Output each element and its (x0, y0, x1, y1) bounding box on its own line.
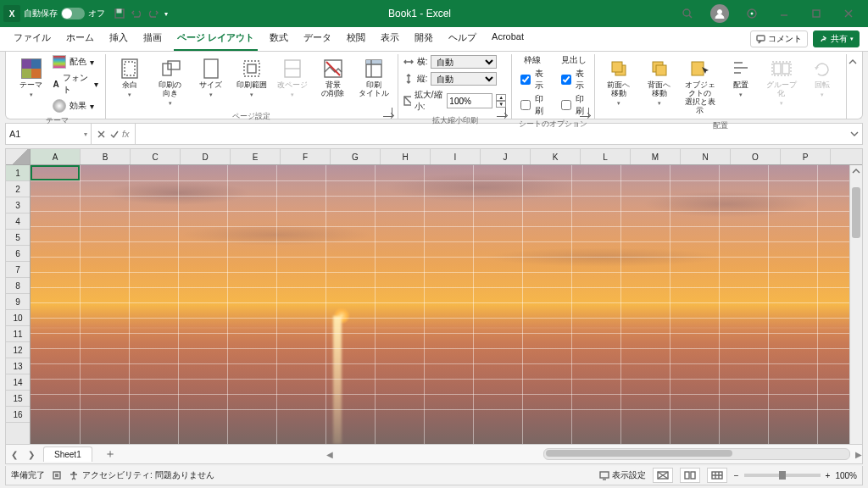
column-header[interactable]: E (231, 149, 281, 164)
spin-up[interactable]: ▲ (496, 94, 506, 101)
colors-button[interactable]: 配色 ▾ (51, 54, 99, 69)
row-header[interactable]: 5 (6, 230, 30, 246)
column-header[interactable]: J (481, 149, 531, 164)
minimize-button[interactable] (768, 0, 800, 27)
sheet-scroll-left-icon[interactable]: ◀ (326, 450, 333, 459)
zoom-value[interactable]: 100% (835, 471, 857, 480)
undo-icon[interactable] (131, 8, 142, 19)
search-button[interactable] (671, 0, 704, 27)
zoom-out-button[interactable]: − (734, 471, 739, 480)
view-page-layout-button[interactable] (680, 468, 700, 483)
effects-button[interactable]: 効果 ▾ (51, 98, 99, 114)
row-header[interactable]: 6 (6, 246, 30, 262)
row-header[interactable]: 14 (6, 374, 30, 391)
tab-6[interactable]: データ (298, 28, 337, 51)
horizontal-scrollbar[interactable] (543, 448, 850, 460)
sheet-options-launcher[interactable] (580, 108, 589, 117)
group-button[interactable]: グループ化▾ (763, 54, 800, 109)
close-button[interactable] (832, 0, 865, 27)
tab-1[interactable]: ホーム (61, 28, 99, 51)
row-header[interactable]: 7 (6, 262, 30, 278)
ribbon-collapse-button[interactable] (847, 54, 859, 119)
qat-more-icon[interactable]: ▾ (164, 10, 168, 18)
headings-view-checkbox[interactable]: 表示 (558, 68, 588, 92)
display-settings-button[interactable]: 表示設定 (599, 469, 646, 481)
row-header[interactable]: 15 (6, 391, 30, 407)
column-header[interactable]: G (331, 149, 381, 164)
sheet-tab-active[interactable]: Sheet1 (43, 446, 92, 462)
select-all-button[interactable] (6, 149, 31, 164)
cells-area[interactable] (31, 165, 849, 444)
zoom-knob[interactable] (779, 471, 786, 480)
view-page-break-button[interactable] (707, 468, 727, 483)
print-titles-button[interactable]: 印刷 タイトル (355, 54, 392, 102)
comments-button[interactable]: コメント (750, 30, 808, 47)
gridlines-print-checkbox[interactable]: 印刷 (517, 93, 548, 117)
row-header[interactable]: 9 (6, 294, 30, 310)
sheet-scroll-right-icon[interactable]: ▶ (855, 450, 862, 459)
row-header[interactable]: 3 (6, 197, 30, 214)
fx-icon[interactable]: fx (122, 129, 130, 139)
sheet-nav-next[interactable]: ❯ (23, 450, 40, 459)
row-header[interactable]: 12 (6, 342, 30, 358)
column-header[interactable]: O (731, 149, 781, 164)
scale-input[interactable] (447, 93, 492, 108)
scroll-thumb-v[interactable] (852, 187, 860, 238)
background-button[interactable]: 背景 の削除 (314, 54, 352, 102)
column-header[interactable]: B (81, 149, 131, 164)
bring-forward-button[interactable]: 前面へ 移動▾ (600, 54, 637, 109)
row-header[interactable]: 11 (6, 326, 30, 342)
share-button[interactable]: 共有 ▾ (813, 30, 860, 47)
column-header[interactable]: I (431, 149, 481, 164)
add-sheet-button[interactable]: ＋ (104, 446, 116, 462)
scroll-thumb-h[interactable] (546, 450, 732, 457)
view-normal-button[interactable] (653, 468, 673, 483)
column-header[interactable]: M (631, 149, 681, 164)
tab-2[interactable]: 挿入 (104, 28, 133, 51)
orientation-button[interactable]: 印刷の 向き▾ (152, 54, 189, 109)
redo-icon[interactable] (147, 8, 159, 19)
row-header[interactable]: 10 (6, 310, 30, 326)
sheet-nav-prev[interactable]: ❮ (6, 450, 23, 459)
tab-9[interactable]: 開発 (409, 28, 438, 51)
zoom-slider[interactable] (744, 474, 821, 477)
size-button[interactable]: サイズ▾ (192, 54, 230, 102)
column-header[interactable]: D (181, 149, 231, 164)
row-header[interactable]: 13 (6, 358, 30, 374)
page-setup-launcher[interactable] (383, 108, 392, 117)
tab-3[interactable]: 描画 (138, 28, 167, 51)
align-button[interactable]: 配置▾ (722, 54, 760, 102)
tab-7[interactable]: 校閲 (342, 28, 370, 51)
enter-icon[interactable] (109, 130, 119, 139)
account-button[interactable] (704, 0, 736, 27)
column-header[interactable]: L (581, 149, 631, 164)
row-header[interactable]: 8 (6, 278, 30, 294)
column-header[interactable]: C (131, 149, 181, 164)
column-header[interactable]: A (31, 149, 81, 164)
save-icon[interactable] (114, 8, 125, 19)
breaks-button[interactable]: 改ページ▾ (274, 54, 311, 102)
autosave-toggle[interactable]: 自動保存 オフ (24, 8, 105, 19)
formula-expand-button[interactable] (847, 124, 862, 144)
macro-icon[interactable] (52, 470, 62, 480)
fonts-button[interactable]: Aフォント ▾ (51, 71, 99, 97)
send-backward-button[interactable]: 背面へ 移動▾ (641, 54, 678, 109)
scale-launcher[interactable] (497, 108, 506, 117)
column-header[interactable]: K (531, 149, 581, 164)
zoom-in-button[interactable]: + (826, 471, 831, 480)
print-area-button[interactable]: 印刷範囲▾ (233, 54, 270, 102)
vertical-scrollbar[interactable] (849, 165, 862, 444)
tab-5[interactable]: 数式 (264, 28, 293, 51)
column-header[interactable]: F (281, 149, 331, 164)
gridlines-view-checkbox[interactable]: 表示 (517, 68, 548, 92)
row-header[interactable]: 4 (6, 214, 30, 230)
tab-4[interactable]: ページ レイアウト (172, 28, 259, 51)
help-button[interactable] (736, 0, 768, 27)
themes-button[interactable]: テーマ▾ (14, 54, 47, 102)
margins-button[interactable]: 余白▾ (111, 54, 148, 102)
tab-0[interactable]: ファイル (8, 28, 56, 51)
rotate-button[interactable]: 回転▾ (804, 54, 841, 102)
column-header[interactable]: H (381, 149, 431, 164)
width-select[interactable]: 自動 (431, 55, 497, 69)
tab-10[interactable]: ヘルプ (443, 28, 481, 51)
